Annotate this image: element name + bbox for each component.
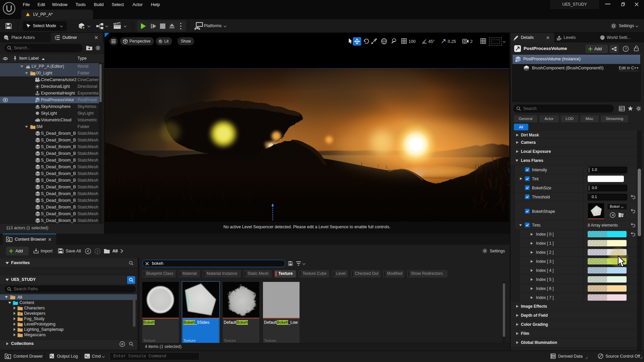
svg-text:?: ?: [625, 47, 627, 51]
